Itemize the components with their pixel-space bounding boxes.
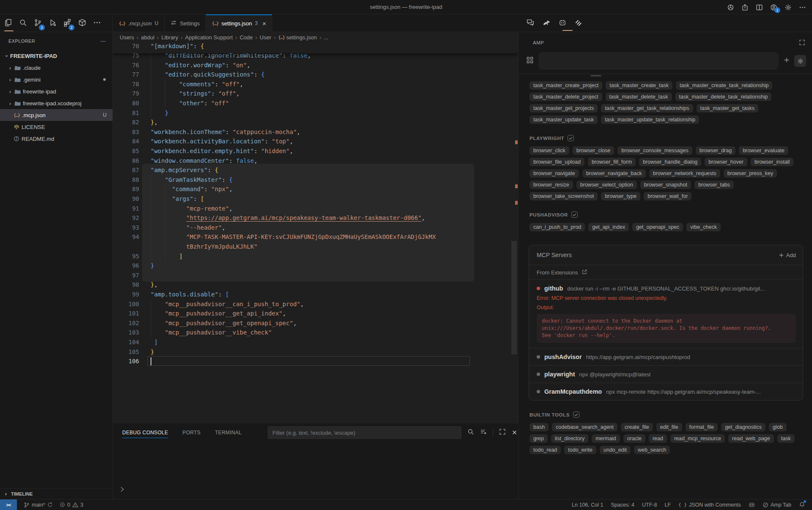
line-number[interactable]: 82 (113, 118, 139, 127)
tool-chip-browser_type[interactable]: browser_type (601, 192, 640, 200)
tool-chip-browser_select_option[interactable]: browser_select_option (576, 181, 637, 189)
amp-prompt-input[interactable] (539, 52, 778, 69)
external-link-icon[interactable] (582, 269, 587, 276)
add-mcp-server-button[interactable]: Add (779, 252, 796, 258)
split-editor-icon[interactable] (756, 4, 763, 11)
tool-chip-oracle[interactable]: oracle (623, 434, 645, 443)
line-number[interactable]: 83 (113, 127, 139, 137)
line-number[interactable]: 77 (113, 70, 139, 80)
tool-chip-read_web_page[interactable]: read_web_page (728, 434, 774, 443)
tool-chip-browser_console_messages[interactable]: browser_console_messages (617, 146, 692, 155)
tab-settings-json[interactable]: {…} settings.json 3 × (206, 14, 272, 32)
breadcrumb-item[interactable]: Library (161, 34, 178, 41)
grid-icon[interactable] (526, 56, 534, 66)
tool-chip-browser_drag[interactable]: browser_drag (696, 146, 735, 155)
tool-chip-mermaid[interactable]: mermaid (592, 434, 620, 443)
tool-chip-task_master_delete_project[interactable]: task_master_delete_project (529, 93, 602, 101)
tool-chip-browser_press_key[interactable]: browser_press_key (724, 169, 777, 178)
line-number[interactable]: 100 (113, 299, 139, 309)
status-utf-8[interactable]: UTF-8 (642, 502, 657, 508)
tool-chip-create_file[interactable]: create_file (621, 423, 653, 431)
tool-chip-task[interactable]: task (777, 434, 795, 443)
tool-chip-codebase_search_agent[interactable]: codebase_search_agent (552, 423, 617, 431)
panel-search-icon[interactable] (467, 428, 474, 437)
line-number[interactable]: 98 (113, 280, 139, 290)
line-number[interactable]: 96 (113, 261, 139, 271)
code-line[interactable]: 83"workbench.iconTheme": "catppuccin-moc… (113, 127, 518, 137)
tool-chip-get_openapi_spec[interactable]: get_openapi_spec (632, 223, 683, 231)
code-line[interactable]: 91 "mcp-remote", (113, 204, 518, 214)
close-panel-icon[interactable]: ✕ (512, 429, 517, 436)
code-line[interactable]: 104 ] (113, 337, 518, 347)
kangaroo-icon[interactable] (543, 19, 550, 28)
tool-chip-browser_snapshot[interactable]: browser_snapshot (640, 181, 691, 189)
code-line[interactable]: 90 "args": [ (113, 194, 518, 204)
code-line[interactable]: 105} (113, 347, 518, 357)
tool-chip-browser_handle_dialog[interactable]: browser_handle_dialog (639, 158, 701, 166)
tool-chip-browser_navigate_back[interactable]: browser_navigate_back (582, 169, 646, 178)
tool-chip-read_mcp_resource[interactable]: read_mcp_resource (670, 434, 725, 443)
clear-console-icon[interactable] (480, 428, 487, 437)
more-actions-icon[interactable] (799, 4, 806, 11)
expand-panel-icon[interactable] (799, 39, 805, 47)
checkbox-icon[interactable] (573, 411, 579, 418)
copilot-icon[interactable] (749, 502, 755, 508)
panel-tab-ports[interactable]: PORTS (183, 423, 201, 442)
code-line[interactable]: 106 (113, 356, 518, 366)
tool-chip-browser_tabs[interactable]: browser_tabs (694, 181, 734, 189)
tool-chip-browser_hover[interactable]: browser_hover (705, 158, 747, 166)
line-number[interactable]: 76 (113, 60, 139, 70)
run-debug-icon[interactable] (49, 19, 57, 28)
code-line[interactable]: 80 "other": "off" (113, 99, 518, 108)
explorer-icon[interactable] (4, 19, 12, 28)
notifications-bell-icon[interactable] (799, 501, 805, 509)
code-line[interactable]: 78 "comments": "off", (113, 80, 518, 89)
code-line[interactable]: 82}, (113, 118, 518, 127)
tool-chip-browser_click[interactable]: browser_click (529, 146, 569, 155)
explorer-item-freewrite-ipad[interactable]: ›freewrite-ipad (0, 85, 112, 97)
tab-mcp-json[interactable]: {…} .mcp.json U (113, 14, 165, 32)
panel-sash[interactable] (518, 74, 812, 77)
tool-chip-browser_wait_for[interactable]: browser_wait_for (644, 192, 691, 200)
line-number[interactable]: 90 (113, 194, 139, 204)
tool-chip-browser_resize[interactable]: browser_resize (529, 181, 573, 189)
line-number[interactable]: 80 (113, 99, 139, 108)
mcp-server-grammcpauthdemo[interactable]: GramMcpauthdemonpx mcp-remote https://ap… (529, 383, 803, 400)
status-json-with-comments[interactable]: { }JSON with Comments (678, 502, 741, 508)
line-number[interactable]: 86 (113, 156, 139, 166)
search-icon[interactable] (19, 19, 27, 28)
breadcrumb-item[interactable]: abdul (141, 34, 154, 41)
code-line[interactable]: 100 "mcp__pushadvisor__can_i_push_to_pro… (113, 299, 518, 309)
tool-chip-browser_install[interactable]: browser_install (751, 158, 793, 166)
line-number[interactable]: 94 (113, 232, 139, 242)
assistant-swirl-icon[interactable] (727, 4, 734, 11)
tool-chip-task_master_update_task[interactable]: task_master_update_task (529, 115, 598, 124)
line-number[interactable]: 104 (113, 337, 139, 347)
code-line[interactable]: 87"amp.mcpServers": { (113, 165, 518, 175)
status-ln-106-col-1[interactable]: Ln 106, Col 1 (572, 502, 603, 508)
breadcrumb-item[interactable]: User (260, 34, 271, 41)
comment-discussion-icon[interactable] (527, 19, 534, 28)
tool-chip-browser_fill_form[interactable]: browser_fill_form (588, 158, 636, 166)
tool-chip-get_diagnostics[interactable]: get_diagnostics (721, 423, 765, 431)
explorer-item-freewrite-ipad-xcodeproj[interactable]: ›freewrite-ipad.xcodeproj (0, 97, 112, 109)
tool-chip-glob[interactable]: glob (769, 423, 787, 431)
code-line[interactable]: 77 "editor.quickSuggestions": { (113, 70, 518, 80)
code-line[interactable]: 81 } (113, 108, 518, 118)
tool-chip-task_master_delete_task[interactable]: task_master_delete_task (606, 93, 672, 101)
tool-chip-grep[interactable]: grep (529, 434, 548, 443)
extensions-icon[interactable]: 2 (63, 19, 71, 28)
explorer-item--claude[interactable]: ›.claude (0, 62, 112, 74)
breadcrumb-item[interactable]: Code (240, 34, 253, 41)
mcp-server-pushadvisor[interactable]: pushAdvisorhttps://app.getgram.ai/mcp/ca… (529, 348, 803, 366)
cube-icon[interactable] (78, 19, 86, 28)
breadcrumb-item[interactable]: Application Support (185, 34, 233, 41)
settings-url-link[interactable]: "https://app.getgram.ai/mcp/speakeasy-te… (186, 214, 421, 221)
timeline-section[interactable]: › TIMELINE (0, 488, 113, 499)
code-line[interactable]: 99"amp.tools.disable": [ (113, 290, 518, 299)
tool-chip-browser_evaluate[interactable]: browser_evaluate (739, 146, 788, 155)
code-line[interactable]: 95 ] (113, 252, 518, 261)
tool-chip-browser_file_upload[interactable]: browser_file_upload (529, 158, 584, 166)
tool-chip-task_master_create_project[interactable]: task_master_create_project (529, 81, 602, 90)
code-line[interactable]: 97 (113, 271, 518, 280)
